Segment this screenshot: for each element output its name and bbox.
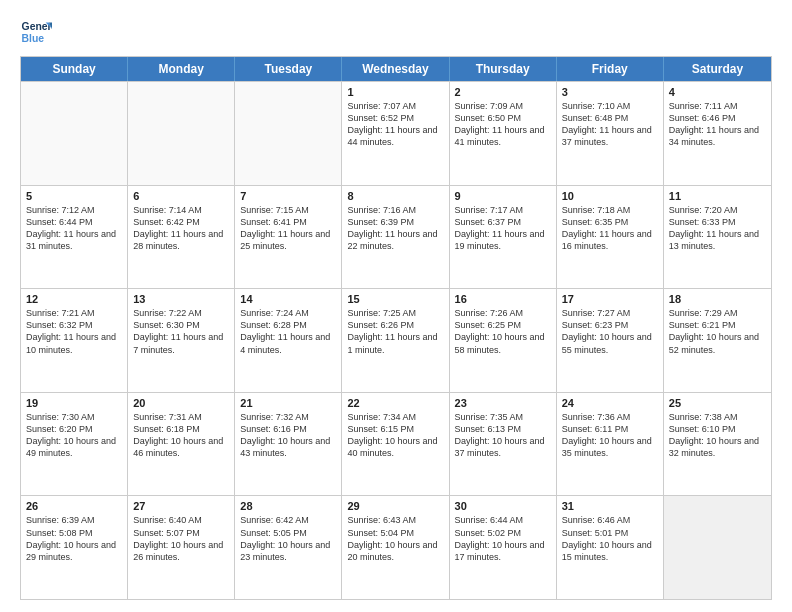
day-header-sunday: Sunday (21, 57, 128, 81)
day-info: Sunrise: 7:35 AM Sunset: 6:13 PM Dayligh… (455, 411, 551, 460)
day-number: 9 (455, 190, 551, 202)
calendar-header: SundayMondayTuesdayWednesdayThursdayFrid… (21, 57, 771, 81)
day-cell-1: 1Sunrise: 7:07 AM Sunset: 6:52 PM Daylig… (342, 82, 449, 185)
day-info: Sunrise: 7:26 AM Sunset: 6:25 PM Dayligh… (455, 307, 551, 356)
day-cell-9: 9Sunrise: 7:17 AM Sunset: 6:37 PM Daylig… (450, 186, 557, 289)
day-info: Sunrise: 7:24 AM Sunset: 6:28 PM Dayligh… (240, 307, 336, 356)
day-number: 22 (347, 397, 443, 409)
day-cell-7: 7Sunrise: 7:15 AM Sunset: 6:41 PM Daylig… (235, 186, 342, 289)
day-header-monday: Monday (128, 57, 235, 81)
day-info: Sunrise: 6:43 AM Sunset: 5:04 PM Dayligh… (347, 514, 443, 563)
empty-cell (235, 82, 342, 185)
day-cell-17: 17Sunrise: 7:27 AM Sunset: 6:23 PM Dayli… (557, 289, 664, 392)
day-number: 16 (455, 293, 551, 305)
day-info: Sunrise: 7:27 AM Sunset: 6:23 PM Dayligh… (562, 307, 658, 356)
day-number: 7 (240, 190, 336, 202)
day-info: Sunrise: 7:18 AM Sunset: 6:35 PM Dayligh… (562, 204, 658, 253)
day-info: Sunrise: 7:16 AM Sunset: 6:39 PM Dayligh… (347, 204, 443, 253)
day-number: 8 (347, 190, 443, 202)
day-info: Sunrise: 7:20 AM Sunset: 6:33 PM Dayligh… (669, 204, 766, 253)
day-cell-8: 8Sunrise: 7:16 AM Sunset: 6:39 PM Daylig… (342, 186, 449, 289)
day-info: Sunrise: 6:44 AM Sunset: 5:02 PM Dayligh… (455, 514, 551, 563)
day-info: Sunrise: 7:22 AM Sunset: 6:30 PM Dayligh… (133, 307, 229, 356)
empty-cell (664, 496, 771, 599)
day-info: Sunrise: 7:38 AM Sunset: 6:10 PM Dayligh… (669, 411, 766, 460)
day-number: 10 (562, 190, 658, 202)
day-cell-20: 20Sunrise: 7:31 AM Sunset: 6:18 PM Dayli… (128, 393, 235, 496)
day-cell-15: 15Sunrise: 7:25 AM Sunset: 6:26 PM Dayli… (342, 289, 449, 392)
day-info: Sunrise: 6:40 AM Sunset: 5:07 PM Dayligh… (133, 514, 229, 563)
day-number: 20 (133, 397, 229, 409)
day-cell-21: 21Sunrise: 7:32 AM Sunset: 6:16 PM Dayli… (235, 393, 342, 496)
day-info: Sunrise: 7:21 AM Sunset: 6:32 PM Dayligh… (26, 307, 122, 356)
header: General Blue (20, 16, 772, 48)
day-cell-10: 10Sunrise: 7:18 AM Sunset: 6:35 PM Dayli… (557, 186, 664, 289)
day-number: 1 (347, 86, 443, 98)
day-cell-27: 27Sunrise: 6:40 AM Sunset: 5:07 PM Dayli… (128, 496, 235, 599)
day-number: 24 (562, 397, 658, 409)
day-number: 6 (133, 190, 229, 202)
day-cell-23: 23Sunrise: 7:35 AM Sunset: 6:13 PM Dayli… (450, 393, 557, 496)
day-cell-16: 16Sunrise: 7:26 AM Sunset: 6:25 PM Dayli… (450, 289, 557, 392)
day-info: Sunrise: 7:34 AM Sunset: 6:15 PM Dayligh… (347, 411, 443, 460)
day-cell-11: 11Sunrise: 7:20 AM Sunset: 6:33 PM Dayli… (664, 186, 771, 289)
day-number: 31 (562, 500, 658, 512)
day-cell-6: 6Sunrise: 7:14 AM Sunset: 6:42 PM Daylig… (128, 186, 235, 289)
day-number: 28 (240, 500, 336, 512)
day-info: Sunrise: 6:42 AM Sunset: 5:05 PM Dayligh… (240, 514, 336, 563)
day-info: Sunrise: 7:14 AM Sunset: 6:42 PM Dayligh… (133, 204, 229, 253)
day-info: Sunrise: 7:10 AM Sunset: 6:48 PM Dayligh… (562, 100, 658, 149)
day-info: Sunrise: 7:11 AM Sunset: 6:46 PM Dayligh… (669, 100, 766, 149)
day-header-thursday: Thursday (450, 57, 557, 81)
day-number: 3 (562, 86, 658, 98)
day-cell-14: 14Sunrise: 7:24 AM Sunset: 6:28 PM Dayli… (235, 289, 342, 392)
day-number: 11 (669, 190, 766, 202)
day-cell-4: 4Sunrise: 7:11 AM Sunset: 6:46 PM Daylig… (664, 82, 771, 185)
logo: General Blue (20, 16, 52, 48)
calendar-body: 1Sunrise: 7:07 AM Sunset: 6:52 PM Daylig… (21, 81, 771, 599)
day-number: 18 (669, 293, 766, 305)
day-info: Sunrise: 7:07 AM Sunset: 6:52 PM Dayligh… (347, 100, 443, 149)
day-info: Sunrise: 7:31 AM Sunset: 6:18 PM Dayligh… (133, 411, 229, 460)
day-number: 30 (455, 500, 551, 512)
day-number: 19 (26, 397, 122, 409)
day-number: 23 (455, 397, 551, 409)
day-cell-31: 31Sunrise: 6:46 AM Sunset: 5:01 PM Dayli… (557, 496, 664, 599)
day-info: Sunrise: 7:29 AM Sunset: 6:21 PM Dayligh… (669, 307, 766, 356)
week-row-2: 5Sunrise: 7:12 AM Sunset: 6:44 PM Daylig… (21, 185, 771, 289)
day-cell-19: 19Sunrise: 7:30 AM Sunset: 6:20 PM Dayli… (21, 393, 128, 496)
day-cell-28: 28Sunrise: 6:42 AM Sunset: 5:05 PM Dayli… (235, 496, 342, 599)
day-cell-3: 3Sunrise: 7:10 AM Sunset: 6:48 PM Daylig… (557, 82, 664, 185)
day-number: 5 (26, 190, 122, 202)
day-cell-5: 5Sunrise: 7:12 AM Sunset: 6:44 PM Daylig… (21, 186, 128, 289)
day-header-saturday: Saturday (664, 57, 771, 81)
logo-icon: General Blue (20, 16, 52, 48)
day-number: 29 (347, 500, 443, 512)
day-number: 27 (133, 500, 229, 512)
day-header-friday: Friday (557, 57, 664, 81)
day-cell-24: 24Sunrise: 7:36 AM Sunset: 6:11 PM Dayli… (557, 393, 664, 496)
day-info: Sunrise: 7:30 AM Sunset: 6:20 PM Dayligh… (26, 411, 122, 460)
day-number: 13 (133, 293, 229, 305)
week-row-4: 19Sunrise: 7:30 AM Sunset: 6:20 PM Dayli… (21, 392, 771, 496)
day-info: Sunrise: 7:36 AM Sunset: 6:11 PM Dayligh… (562, 411, 658, 460)
day-number: 15 (347, 293, 443, 305)
day-number: 21 (240, 397, 336, 409)
day-number: 2 (455, 86, 551, 98)
day-cell-30: 30Sunrise: 6:44 AM Sunset: 5:02 PM Dayli… (450, 496, 557, 599)
day-number: 12 (26, 293, 122, 305)
day-cell-26: 26Sunrise: 6:39 AM Sunset: 5:08 PM Dayli… (21, 496, 128, 599)
page: General Blue SundayMondayTuesdayWednesda… (0, 0, 792, 612)
day-cell-25: 25Sunrise: 7:38 AM Sunset: 6:10 PM Dayli… (664, 393, 771, 496)
week-row-1: 1Sunrise: 7:07 AM Sunset: 6:52 PM Daylig… (21, 81, 771, 185)
svg-text:Blue: Blue (22, 33, 45, 44)
day-header-wednesday: Wednesday (342, 57, 449, 81)
day-cell-13: 13Sunrise: 7:22 AM Sunset: 6:30 PM Dayli… (128, 289, 235, 392)
day-info: Sunrise: 7:32 AM Sunset: 6:16 PM Dayligh… (240, 411, 336, 460)
day-info: Sunrise: 7:15 AM Sunset: 6:41 PM Dayligh… (240, 204, 336, 253)
day-header-tuesday: Tuesday (235, 57, 342, 81)
day-number: 26 (26, 500, 122, 512)
day-cell-29: 29Sunrise: 6:43 AM Sunset: 5:04 PM Dayli… (342, 496, 449, 599)
day-number: 17 (562, 293, 658, 305)
day-info: Sunrise: 6:46 AM Sunset: 5:01 PM Dayligh… (562, 514, 658, 563)
